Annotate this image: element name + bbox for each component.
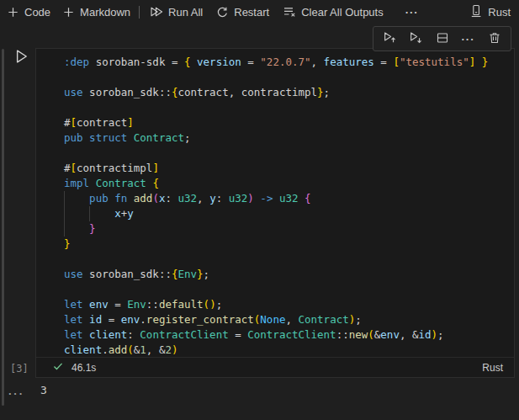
cell-focus-indicator[interactable] (2, 49, 4, 406)
code-line: } (64, 221, 514, 237)
restart-icon (216, 6, 229, 19)
code-line: #[contractimpl] (64, 161, 514, 176)
code-line: } (64, 237, 514, 252)
notebook-toolbar: Code Markdown Run All Restart Clear All … (0, 0, 519, 24)
split-cell-icon (436, 31, 449, 47)
trash-icon (488, 31, 501, 47)
cell-toolbar: ··· (373, 26, 511, 51)
code-line: let env = Env::default(); (64, 297, 514, 312)
code-line: let id = env.register_contract(None, Con… (64, 312, 514, 327)
code-line: client.add(&1, &2) (64, 343, 514, 358)
execute-above-icon (383, 30, 397, 47)
code-line: x+y (64, 206, 514, 221)
execute-below-button[interactable] (404, 29, 428, 50)
toolbar-more-actions-button[interactable]: ··· (405, 6, 419, 19)
cell-language-picker[interactable]: Rust (482, 362, 503, 374)
code-line (64, 146, 514, 161)
add-markdown-label: Markdown (80, 6, 130, 19)
run-all-button[interactable]: Run All (150, 5, 203, 19)
execute-below-icon (409, 30, 423, 47)
code-line (64, 70, 514, 85)
indent-guide-line (64, 206, 65, 221)
indent-guide-line (89, 206, 90, 221)
code-editor[interactable]: :dep soroban-sdk = { version = "22.0.7",… (36, 49, 514, 358)
code-line: :dep soroban-sdk = { version = "22.0.7",… (64, 55, 514, 70)
code-line: use soroban_sdk::{Env}; (64, 267, 514, 282)
run-all-label: Run All (168, 6, 203, 19)
cell-more-actions-button[interactable]: ··· (456, 29, 480, 50)
kernel-label: Rust (488, 6, 511, 19)
code-line: use soroban_sdk::{contract, contractimpl… (64, 85, 514, 100)
toolbar-separator (139, 6, 140, 19)
code-line: #[contract] (64, 115, 514, 130)
run-all-icon (150, 5, 163, 19)
success-check-icon (52, 360, 64, 375)
clear-outputs-label: Clear All Outputs (301, 6, 384, 19)
plus-icon (7, 6, 19, 19)
plus-icon (62, 6, 75, 19)
code-lines: :dep soroban-sdk = { version = "22.0.7",… (64, 55, 514, 358)
indent-guide-line (64, 221, 65, 237)
add-code-label: Code (24, 6, 50, 19)
split-cell-button[interactable] (430, 29, 454, 50)
execution-count: [3] (10, 363, 29, 375)
code-line (64, 282, 514, 297)
cell-output-value: 3 (40, 384, 47, 396)
code-line: pub struct Contract; (64, 130, 514, 146)
clear-all-outputs-button[interactable]: Clear All Outputs (283, 5, 384, 19)
code-line: let client: ContractClient = ContractCli… (64, 327, 514, 343)
code-cell: :dep soroban-sdk = { version = "22.0.7",… (35, 48, 515, 378)
restart-label: Restart (234, 6, 269, 19)
code-line: impl Contract { (64, 176, 514, 191)
run-cell-button[interactable] (13, 48, 29, 65)
delete-cell-button[interactable] (482, 29, 506, 50)
execute-above-button[interactable] (378, 29, 402, 50)
restart-kernel-button[interactable]: Restart (216, 6, 269, 19)
kernel-picker-button[interactable]: Rust (469, 4, 511, 20)
add-code-cell-button[interactable]: Code (7, 6, 50, 19)
execution-duration: 46.1s (71, 362, 96, 374)
code-line (64, 252, 514, 267)
indent-guide-line (64, 191, 65, 206)
code-line (64, 100, 514, 115)
kernel-icon (469, 4, 483, 20)
clear-outputs-icon (283, 5, 296, 19)
add-markdown-cell-button[interactable]: Markdown (62, 6, 130, 19)
output-more-actions-button[interactable]: ··· (8, 387, 24, 400)
cell-status-bar: 46.1s Rust (36, 358, 514, 377)
play-icon (13, 55, 29, 67)
code-line: pub fn add(x: u32, y: u32) -> u32 { (64, 191, 514, 206)
